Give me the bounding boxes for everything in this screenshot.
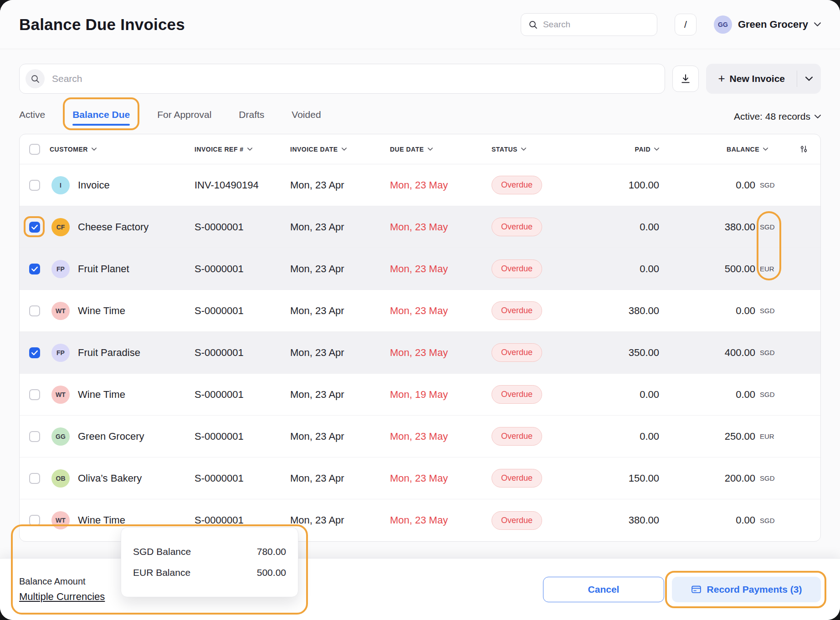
invoice-search[interactable] [19,64,665,94]
column-header-paid[interactable]: PAID [588,146,668,153]
due-date: Mon, 23 May [390,514,492,526]
row-checkbox[interactable] [29,180,40,191]
paid-amount: 380.00 [588,514,668,526]
customer-avatar: OB [51,469,70,488]
records-filter[interactable]: Active: 48 records [734,111,821,129]
tab-voided[interactable]: Voided [292,109,321,129]
currency-balance-label: EUR Balance [133,567,190,578]
customer-name: Green Grocery [78,431,144,442]
sort-chevron-icon [763,147,768,151]
new-invoice-button-group: + New Invoice [706,64,821,94]
table-row[interactable]: FP Fruit Paradise S-0000001 Mon, 23 Apr … [20,332,820,374]
new-invoice-button[interactable]: + New Invoice [706,64,797,94]
paid-amount: 350.00 [588,347,668,359]
currency-balance-popover: SGD Balance 780.00 EUR Balance 500.00 [121,527,298,597]
paid-amount: 0.00 [588,221,668,233]
multiple-currencies-link[interactable]: Multiple Currencies [19,591,105,603]
customer-name: Oliva’s Bakery [78,473,142,484]
customer-name: Wine Time [78,389,125,401]
status-badge: Overdue [492,218,542,236]
cancel-button[interactable]: Cancel [543,577,664,602]
balance-amount: 0.00 [736,305,755,317]
row-checkbox[interactable] [29,222,40,233]
paid-amount: 0.00 [588,263,668,275]
invoice-date: Mon, 23 Apr [290,221,390,233]
row-checkbox[interactable] [29,473,40,484]
tab-balance-due[interactable]: Balance Due [72,109,130,129]
check-icon [31,350,38,356]
shortcut-slash-button[interactable]: / [675,14,697,36]
due-date: Mon, 23 May [390,263,492,275]
sort-chevron-icon [247,147,252,151]
column-header-invoice-date[interactable]: INVOICE DATE [290,146,390,153]
due-date: Mon, 23 May [390,221,492,233]
column-header-ref[interactable]: INVOICE REF # [195,146,290,153]
due-date: Mon, 23 May [390,179,492,191]
invoice-ref: S-0000001 [195,347,290,359]
balance-currency: EUR [760,265,778,273]
tab-for-approval[interactable]: For Approval [157,109,211,129]
balance-currency: EUR [760,432,778,440]
due-date: Mon, 19 May [390,389,492,401]
new-invoice-dropdown[interactable] [797,64,821,94]
invoice-date: Mon, 23 Apr [290,514,390,526]
row-checkbox[interactable] [29,389,40,400]
column-header-status[interactable]: STATUS [492,146,588,153]
customer-avatar: FP [51,344,70,362]
status-badge: Overdue [492,469,542,488]
column-header-due-date[interactable]: DUE DATE [390,146,492,153]
app-window: Balance Due Invoices / GG Green Grocery [0,0,840,620]
invoice-ref: S-0000001 [195,305,290,317]
table-row[interactable]: GG Green Grocery S-0000001 Mon, 23 Apr M… [20,416,820,457]
plus-icon: + [718,72,725,84]
select-all-checkbox[interactable] [29,144,40,155]
balance-currency: SGD [760,181,778,189]
customer-avatar: WT [51,511,70,529]
row-checkbox[interactable] [29,305,40,316]
global-search[interactable] [521,13,657,36]
due-date: Mon, 23 May [390,347,492,359]
table-row[interactable]: WT Wine Time S-0000001 Mon, 23 Apr Mon, … [20,374,820,416]
customer-avatar: CF [51,218,70,236]
global-search-input[interactable] [543,20,650,30]
invoice-search-input[interactable] [52,73,659,84]
status-badge: Overdue [492,259,542,278]
table-row[interactable]: FP Fruit Planet S-0000001 Mon, 23 Apr Mo… [20,248,820,290]
row-checkbox[interactable] [29,431,40,442]
account-menu[interactable]: GG Green Grocery [714,15,821,34]
row-checkbox[interactable] [29,515,40,526]
column-header-customer[interactable]: CUSTOMER [50,146,195,153]
footer-actions: Cancel Record Payments (3) [543,577,821,602]
row-checkbox[interactable] [29,264,40,274]
due-date: Mon, 23 May [390,473,492,484]
invoice-date: Mon, 23 Apr [290,305,390,317]
balance-currency: SGD [760,349,778,356]
balance-amount: 200.00 [725,473,755,484]
balance-currency: SGD [760,474,778,482]
top-bar: Balance Due Invoices / GG Green Grocery [0,0,840,49]
invoice-date: Mon, 23 Apr [290,263,390,275]
row-checkbox[interactable] [29,347,40,358]
toolbar: + New Invoice [19,64,821,94]
tab-drafts[interactable]: Drafts [239,109,264,129]
customer-avatar: FP [51,260,70,278]
table-row[interactable]: I Invoice INV-10490194 Mon, 23 Apr Mon, … [20,164,820,206]
account-avatar: GG [714,15,732,34]
invoice-ref: S-0000001 [195,263,290,275]
table-row[interactable]: WT Wine Time S-0000001 Mon, 23 Apr Mon, … [20,290,820,332]
record-payments-button[interactable]: Record Payments (3) [672,577,821,602]
invoice-date: Mon, 23 Apr [290,179,390,191]
table-settings-icon[interactable] [799,144,809,154]
search-icon [26,69,45,88]
tabs-row: Active Balance Due For Approval Drafts V… [19,100,821,129]
table-row[interactable]: CF Cheese Factory S-0000001 Mon, 23 Apr … [20,206,820,248]
status-badge: Overdue [492,427,542,446]
sort-chevron-icon [342,147,347,151]
popover-row: SGD Balance 780.00 [133,541,286,562]
export-button[interactable] [672,66,699,92]
download-icon [680,73,691,84]
check-icon [31,266,38,272]
column-header-balance[interactable]: BALANCE [668,146,784,153]
table-row[interactable]: OB Oliva’s Bakery S-0000001 Mon, 23 Apr … [20,457,820,499]
tab-active[interactable]: Active [19,109,45,129]
